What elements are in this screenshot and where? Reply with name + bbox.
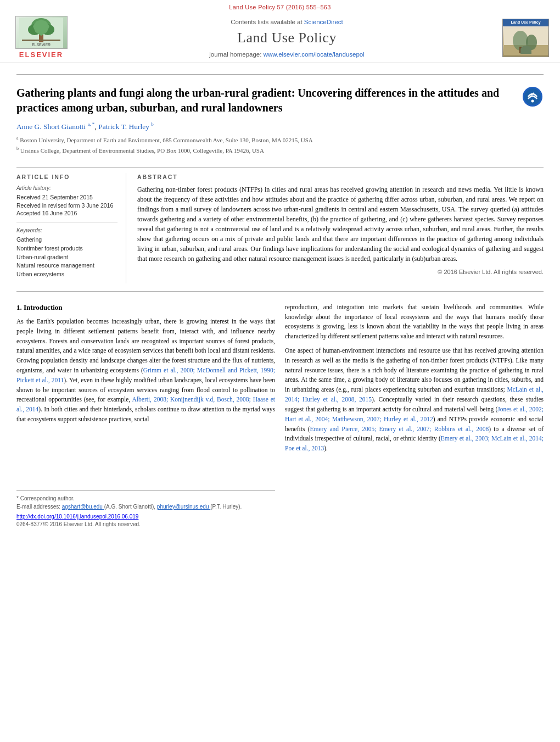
body-left-column: 1. Introduction As the Earth's populatio… bbox=[16, 303, 275, 528]
keywords-list: Gathering Nontimber forest products Urba… bbox=[16, 236, 117, 279]
info-abstract-section: ARTICLE INFO Article history: Received 2… bbox=[16, 173, 544, 283]
crossmark-logo[interactable]: ✓ bbox=[522, 86, 544, 108]
homepage-url-link[interactable]: www.elsevier.com/locate/landusepol bbox=[264, 51, 365, 58]
homepage-line: journal homepage: www.elsevier.com/locat… bbox=[71, 50, 502, 59]
email-label: E-mail addresses: bbox=[16, 504, 60, 510]
body-section: 1. Introduction As the Earth's populatio… bbox=[16, 297, 544, 528]
email1-link[interactable]: agshart@bu.edu bbox=[62, 504, 104, 510]
email1: agshart@bu.edu bbox=[62, 504, 103, 510]
doi-link[interactable]: http://dx.doi.org/10.1016/j.landusepol.2… bbox=[16, 514, 138, 520]
abstract-text: Gathering non-timber forest products (NT… bbox=[137, 185, 544, 264]
journal-logo-box: Land Use Policy bbox=[502, 19, 549, 57]
issn-copyright: 0264-8377/© 2016 Elsevier Ltd. All right… bbox=[16, 521, 275, 528]
intro-para-3: One aspect of human-environment interact… bbox=[285, 346, 544, 454]
svg-point-2 bbox=[28, 24, 41, 35]
accepted-date: Accepted 16 June 2016 bbox=[16, 209, 117, 217]
affil1-sup: a bbox=[16, 136, 19, 141]
received-date: Received 21 September 2015 bbox=[16, 193, 117, 202]
keyword-4: Natural resource management bbox=[16, 261, 117, 270]
svg-text:ELSEVIER: ELSEVIER bbox=[32, 43, 51, 47]
title-divider bbox=[16, 167, 544, 168]
abstract-title: ABSTRACT bbox=[137, 173, 544, 181]
author1-link[interactable]: Anne G. Short Gianotti bbox=[16, 122, 87, 130]
crossmark-circle: ✓ bbox=[523, 87, 542, 107]
header-divider bbox=[16, 74, 544, 75]
keywords-section: Keywords: Gathering Nontimber forest pro… bbox=[16, 227, 117, 279]
elsevier-logo: ELSEVIER ELSEVIER bbox=[11, 16, 71, 60]
contents-text: Contents lists available at bbox=[231, 19, 302, 25]
doi-text: http://dx.doi.org/10.1016/j.landusepol.2… bbox=[16, 514, 138, 520]
journal-header: ELSEVIER ELSEVIER Contents lists availab… bbox=[0, 13, 560, 63]
article-info-title: ARTICLE INFO bbox=[16, 173, 117, 181]
revised-date: Received in revised form 3 June 2016 bbox=[16, 202, 117, 210]
email1-person: (A.G. Short Gianotti), bbox=[104, 504, 155, 510]
keyword-3: Urban-rural gradient bbox=[16, 253, 117, 262]
doi-link-line: http://dx.doi.org/10.1016/j.landusepol.2… bbox=[16, 513, 275, 521]
crossmark-svg: ✓ bbox=[524, 88, 541, 105]
svg-point-3 bbox=[41, 24, 54, 35]
svg-point-10 bbox=[526, 35, 537, 50]
article-history: Article history: Received 21 September 2… bbox=[16, 185, 117, 217]
cite-mclain2014[interactable]: McLain et al., 2014; Hurley et al., 2008… bbox=[285, 386, 544, 403]
article-title: Gathering plants and fungi along the urb… bbox=[16, 86, 516, 115]
journal-logo-image bbox=[503, 26, 548, 57]
keyword-5: Urban ecosystems bbox=[16, 270, 117, 279]
cite-grimm[interactable]: Grimm et al., 2000; McDonnell and Picket… bbox=[16, 367, 275, 383]
svg-point-13 bbox=[531, 99, 534, 102]
keyword-1: Gathering bbox=[16, 236, 117, 244]
email2-link[interactable]: phurley@ursinus.edu bbox=[157, 504, 210, 510]
affil-2: b Ursinus College, Department of Environ… bbox=[16, 146, 516, 155]
affil-1: a Boston University, Department of Earth… bbox=[16, 135, 516, 144]
intro-heading: 1. Introduction bbox=[16, 303, 275, 313]
footnote-section: * Corresponding author. E-mail addresses… bbox=[16, 490, 275, 528]
elsevier-logo-image: ELSEVIER bbox=[15, 16, 68, 49]
article-info-column: ARTICLE INFO Article history: Received 2… bbox=[16, 173, 126, 283]
keywords-label: Keywords: bbox=[16, 227, 117, 235]
author2-name: Patrick T. Hurley bbox=[98, 122, 149, 130]
history-label: Article history: bbox=[16, 185, 117, 192]
abstract-column: ABSTRACT Gathering non-timber forest pro… bbox=[137, 173, 544, 283]
svg-rect-5 bbox=[22, 40, 60, 41]
author2-link[interactable]: Patrick T. Hurley bbox=[98, 122, 151, 130]
svg-rect-8 bbox=[504, 45, 548, 55]
cite-alberti[interactable]: Alberti, 2008; Konijnendijk v.d, Bosch, … bbox=[16, 396, 275, 412]
homepage-url-text: www.elsevier.com/locate/landusepol bbox=[264, 51, 365, 58]
svg-rect-11 bbox=[519, 47, 522, 53]
authors-line: Anne G. Short Gianotti a, *, Patrick T. … bbox=[16, 121, 516, 132]
author2-sup: b bbox=[151, 121, 154, 127]
body-right-column: reproduction, and integration into marke… bbox=[285, 303, 544, 528]
elsevier-tree-svg: ELSEVIER bbox=[19, 18, 63, 48]
affil2-sup: b bbox=[16, 146, 19, 151]
article-title-section: Gathering plants and fungi along the urb… bbox=[16, 80, 544, 162]
info-divider bbox=[16, 222, 117, 222]
affil2-text: Ursinus College, Department of Environme… bbox=[20, 147, 264, 154]
corresponding-label: * Corresponding author. bbox=[16, 494, 275, 503]
author1-sup: a, * bbox=[87, 121, 94, 127]
journal-ref-text: Land Use Policy 57 (2016) 555–563 bbox=[229, 4, 331, 10]
sciencedirect-link[interactable]: ScienceDirect bbox=[304, 19, 343, 25]
cite-emery2003[interactable]: Emery et al., 2003; McLain et al., 2014;… bbox=[285, 435, 544, 451]
svg-text:✓: ✓ bbox=[530, 91, 535, 97]
affil1-text: Boston University, Department of Earth a… bbox=[20, 137, 312, 143]
sciencedirect-text: ScienceDirect bbox=[304, 19, 343, 25]
journal-logo-top: Land Use Policy bbox=[503, 19, 548, 26]
intro-para-1: As the Earth's population becomes increa… bbox=[16, 317, 275, 425]
abstract-copyright: © 2016 Elsevier Ltd. All rights reserved… bbox=[137, 268, 544, 276]
article-wrapper: Gathering plants and fungi along the urb… bbox=[0, 63, 560, 539]
affiliations: a Boston University, Department of Earth… bbox=[16, 135, 516, 155]
journal-title: Land Use Policy bbox=[71, 28, 502, 48]
email2: phurley@ursinus.edu bbox=[157, 504, 209, 510]
intro-para-2: reproduction, and integration into marke… bbox=[285, 303, 544, 342]
journal-reference: Land Use Policy 57 (2016) 555–563 bbox=[0, 0, 560, 13]
elsevier-text: ELSEVIER bbox=[19, 50, 63, 60]
cite-emery2005[interactable]: Emery and Pierce, 2005; Emery et al., 20… bbox=[310, 426, 489, 432]
article-title-text: Gathering plants and fungi along the urb… bbox=[16, 86, 516, 162]
email2-person: (P.T. Hurley). bbox=[210, 504, 242, 510]
logo-top-text: Land Use Policy bbox=[511, 20, 540, 24]
cite-jones2002[interactable]: Jones et al., 2002; Hart et al., 2004; M… bbox=[285, 406, 544, 422]
contents-available-line: Contents lists available at ScienceDirec… bbox=[71, 18, 502, 26]
logo-image-svg bbox=[504, 29, 548, 55]
homepage-label: journal homepage: bbox=[209, 51, 261, 58]
abstract-divider bbox=[16, 291, 544, 292]
keyword-2: Nontimber forest products bbox=[16, 244, 117, 253]
